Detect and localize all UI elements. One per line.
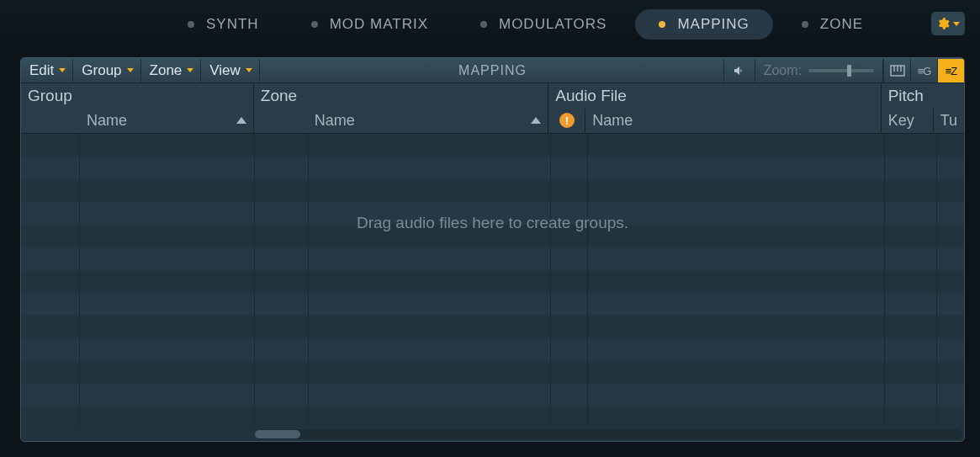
col-sub-label: Name [592, 112, 633, 130]
menu-edit[interactable]: Edit [21, 59, 73, 82]
tab-dot-icon [659, 21, 665, 28]
settings-button[interactable] [931, 12, 965, 35]
warning-icon: ! [559, 113, 575, 128]
chevron-down-icon [59, 68, 66, 72]
grid-lines [21, 134, 964, 428]
chevron-down-icon [127, 68, 134, 72]
menu-view[interactable]: View [201, 59, 260, 82]
speaker-icon [732, 64, 747, 77]
col-group: Group Name [21, 83, 254, 133]
zone-list-icon: ≡Z [946, 65, 957, 77]
section-tabs: SYNTH MOD MATRIX MODULATORS MAPPING ZONE [0, 0, 980, 49]
tab-dot-icon [311, 21, 318, 28]
zoom-slider[interactable] [808, 69, 874, 72]
col-audio-warn[interactable]: ! [548, 109, 585, 133]
sort-ascending-icon [236, 117, 246, 124]
col-sub-label: Tu [940, 112, 957, 130]
zoom-control: Zoom: [755, 59, 883, 82]
horizontal-scrollbar[interactable] [255, 429, 962, 439]
col-zone: Zone Name [254, 83, 549, 133]
col-zone-name[interactable]: Name [308, 109, 548, 133]
tab-label: ZONE [820, 16, 863, 33]
tab-dot-icon [188, 21, 194, 28]
view-zone-list-button[interactable]: ≡Z [937, 59, 964, 82]
keymap-icon [890, 65, 905, 77]
zoom-slider-handle[interactable] [847, 65, 851, 77]
tab-mapping[interactable]: MAPPING [635, 9, 772, 40]
toolbar-right: Zoom: ≡G ≡Z [723, 58, 964, 83]
col-pitch-key[interactable]: Key [882, 109, 934, 133]
tab-synth[interactable]: SYNTH [164, 9, 283, 40]
col-audio-file: Audio File ! Name [548, 83, 881, 133]
tab-dot-icon [480, 21, 487, 28]
tab-label: MAPPING [677, 16, 749, 33]
zoom-label: Zoom: [764, 63, 802, 78]
col-header-zone: Zone [254, 83, 548, 109]
menu-label: Edit [29, 62, 54, 79]
tab-dot-icon [802, 21, 808, 28]
gear-icon [936, 17, 950, 30]
tab-modulators[interactable]: MODULATORS [457, 9, 630, 40]
tab-zone[interactable]: ZONE [778, 9, 887, 40]
view-group-list-button[interactable]: ≡G [910, 59, 937, 82]
group-list-icon: ≡G [918, 65, 931, 77]
menu-zone[interactable]: Zone [141, 59, 202, 82]
tab-label: MODULATORS [499, 16, 607, 33]
mapping-table-body[interactable]: Drag audio files here to create groups. [21, 134, 964, 428]
tab-label: SYNTH [206, 16, 259, 33]
menu-label: Group [82, 62, 121, 79]
chevron-down-icon [953, 22, 960, 26]
col-group-name[interactable]: Name [80, 109, 253, 133]
chevron-down-icon [187, 68, 193, 72]
col-sub-label: Key [888, 112, 914, 130]
col-pitch-tune[interactable]: Tu [934, 109, 964, 133]
mapping-toolbar: Edit Group Zone View MAPPING Zoom: [21, 58, 964, 83]
audition-button[interactable] [723, 59, 755, 82]
tab-mod-matrix[interactable]: MOD MATRIX [288, 9, 452, 40]
col-sub-label: Name [87, 112, 127, 130]
menu-group[interactable]: Group [73, 59, 140, 82]
col-sub-label: Name [315, 112, 355, 130]
col-header-pitch: Pitch [882, 83, 964, 109]
col-header-audio: Audio File [548, 83, 880, 109]
view-keymap-button[interactable] [883, 59, 910, 82]
col-pitch: Pitch Key Tu [882, 83, 964, 133]
chevron-down-icon [246, 68, 252, 72]
column-headers: Group Name Zone Name Audio File [21, 83, 964, 134]
menu-label: Zone [150, 62, 183, 79]
scrollbar-thumb[interactable] [255, 430, 300, 438]
tab-label: MOD MATRIX [330, 16, 428, 33]
col-audio-name[interactable]: Name [585, 109, 880, 133]
sort-ascending-icon [531, 117, 541, 124]
menu-label: View [209, 62, 241, 79]
col-header-group: Group [21, 83, 253, 109]
mapping-panel: Edit Group Zone View MAPPING Zoom: [20, 57, 965, 442]
